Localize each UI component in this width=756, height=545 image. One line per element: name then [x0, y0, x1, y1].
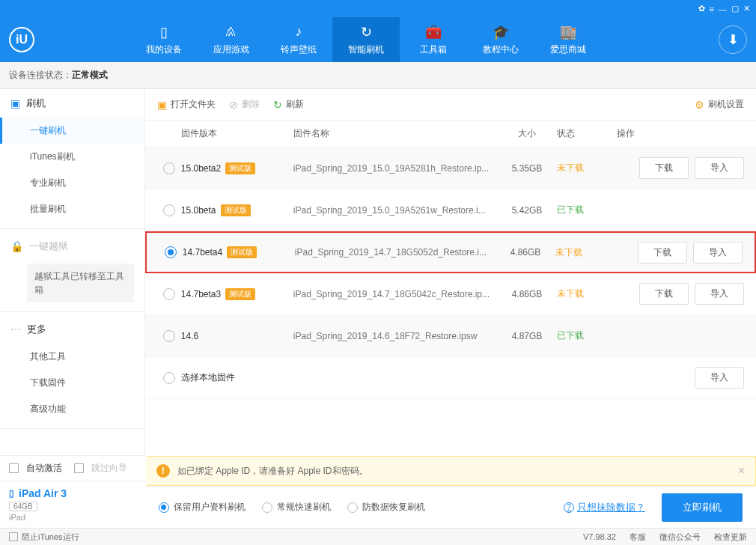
radio-icon[interactable] — [163, 372, 175, 384]
customer-service-link[interactable]: 客服 — [630, 532, 646, 543]
alert-text: 如已绑定 Apple ID，请准备好 Apple ID和密码。 — [177, 465, 368, 478]
firmware-actions: 下载导入 — [617, 283, 744, 305]
local-firmware-row[interactable]: 选择本地固件导入 — [145, 357, 756, 399]
beta-tag: 测试版 — [225, 162, 255, 174]
sidebar-item-itunes-flash[interactable]: iTunes刷机 — [0, 144, 144, 170]
firmware-version: 14.6 — [181, 331, 293, 341]
import-button[interactable]: 导入 — [695, 283, 744, 305]
sidebar-item-pro-flash[interactable]: 专业刷机 — [0, 170, 144, 196]
import-button[interactable]: 导入 — [693, 242, 743, 264]
sidebar-item-batch-flash[interactable]: 批量刷机 — [0, 196, 144, 222]
nav-apps-games[interactable]: ⩓应用游戏 — [198, 17, 265, 62]
firmware-status: 未下载 — [555, 246, 615, 259]
nav-toolbox[interactable]: 🧰工具箱 — [400, 17, 467, 62]
firmware-actions: 下载导入 — [617, 157, 744, 179]
titlebar-gift-icon[interactable]: ✿ — [698, 4, 705, 13]
nav: ▯我的设备 ⩓应用游戏 ♪铃声壁纸 ↻智能刷机 🧰工具箱 🎓教程中心 🏬爱思商城 — [130, 17, 711, 62]
firmware-size: 4.86GB — [496, 247, 555, 258]
firmware-size: 4.87GB — [497, 331, 557, 341]
firmware-status: 已下载 — [557, 329, 617, 342]
firmware-row[interactable]: 15.0beta2测试版iPad_Spring_2019_15.0_19A528… — [145, 147, 756, 189]
status-label: 设备连接状态： — [9, 69, 72, 82]
titlebar-maximize-icon[interactable]: ▢ — [731, 4, 739, 13]
opt-normal-flash[interactable]: 常规快速刷机 — [262, 501, 331, 514]
open-folder-button[interactable]: ▣打开文件夹 — [157, 98, 216, 111]
titlebar-menu-icon[interactable]: ≡ — [710, 4, 714, 13]
beta-tag: 测试版 — [227, 246, 257, 258]
sidebar-item-other-tools[interactable]: 其他工具 — [0, 344, 144, 370]
sidebar-item-download-firmware[interactable]: 下载固件 — [0, 370, 144, 396]
refresh-button[interactable]: ↻刷新 — [273, 98, 304, 111]
logo-icon: iU — [9, 27, 34, 52]
beta-tag: 测试版 — [225, 288, 255, 300]
toolbox-icon: 🧰 — [425, 24, 442, 40]
radio-icon[interactable] — [165, 246, 177, 258]
sidebar-head-more[interactable]: ⋯更多 — [0, 315, 144, 344]
device-info[interactable]: ▯iPad Air 3 64GB iPad — [0, 481, 146, 528]
firmware-status: 已下载 — [557, 204, 617, 216]
block-itunes-checkbox[interactable] — [9, 532, 18, 541]
opt-anti-recovery[interactable]: 防数据恢复刷机 — [347, 501, 425, 514]
folder-icon: ▣ — [157, 99, 167, 111]
alert-close-icon[interactable]: × — [738, 464, 745, 478]
sidebar-head-jailbreak: 🔒一键越狱 — [0, 232, 144, 261]
download-button[interactable]: 下载 — [639, 157, 689, 179]
nav-store[interactable]: 🏬爱思商城 — [534, 17, 602, 62]
nav-ringtone-wallpaper[interactable]: ♪铃声壁纸 — [265, 17, 332, 62]
radio-icon[interactable] — [163, 204, 175, 216]
firmware-status: 未下载 — [557, 162, 617, 174]
beta-tag: 测试版 — [221, 204, 251, 216]
nav-tutorials[interactable]: 🎓教程中心 — [467, 17, 534, 62]
firmware-name: iPad_Spring_2019_15.0_19A5281h_Restore.i… — [293, 163, 497, 174]
titlebar: ✿ ≡ — ▢ ✕ — [0, 0, 756, 17]
radio-icon[interactable] — [163, 288, 175, 300]
delete-button[interactable]: ⊘删除 — [229, 98, 260, 111]
firmware-status: 未下载 — [557, 287, 617, 300]
download-button[interactable]: 下载 — [638, 242, 687, 264]
apple-id-alert: ! 如已绑定 Apple ID，请准备好 Apple ID和密码。 × — [145, 456, 756, 486]
download-button[interactable]: 下载 — [639, 283, 689, 305]
status-bar: 设备连接状态： 正常模式 — [0, 62, 756, 89]
check-update-link[interactable]: 检查更新 — [714, 532, 747, 543]
flash-now-button[interactable]: 立即刷机 — [662, 493, 743, 522]
tablet-icon: ▯ — [9, 488, 14, 499]
firmware-size: 4.86GB — [497, 289, 557, 299]
sidebar-item-oneclick-flash[interactable]: 一键刷机 — [0, 118, 144, 144]
radio-icon[interactable] — [163, 162, 175, 174]
question-icon: ? — [564, 502, 574, 513]
firmware-actions: 下载导入 — [615, 242, 743, 264]
radio-icon — [262, 502, 272, 513]
titlebar-minimize-icon[interactable]: — — [719, 4, 727, 13]
sidebar-head-flash[interactable]: ▣刷机 — [0, 89, 144, 118]
music-icon: ♪ — [290, 24, 307, 40]
firmware-row[interactable]: 14.6iPad_Spring_2019_14.6_18F72_Restore.… — [145, 315, 756, 357]
firmware-version: 14.7beta3测试版 — [181, 288, 293, 300]
firmware-version: 15.0beta测试版 — [181, 204, 293, 216]
import-button[interactable]: 导入 — [695, 157, 744, 179]
opt-keep-data[interactable]: 保留用户资料刷机 — [159, 501, 246, 514]
firmware-size: 5.42GB — [497, 205, 557, 216]
firmware-name: iPad_Spring_2019_14.6_18F72_Restore.ipsw — [293, 331, 497, 341]
radio-icon[interactable] — [163, 330, 175, 342]
firmware-row[interactable]: 15.0beta测试版iPad_Spring_2019_15.0_19A5261… — [145, 189, 756, 231]
firmware-row[interactable]: 14.7beta3测试版iPad_Spring_2019_14.7_18G504… — [145, 273, 756, 315]
firmware-version: 15.0beta2测试版 — [181, 162, 293, 174]
col-version: 固件版本 — [181, 127, 293, 140]
sidebar-item-advanced[interactable]: 高级功能 — [0, 396, 144, 422]
lock-icon: 🔒 — [10, 240, 23, 252]
nav-smart-flash[interactable]: ↻智能刷机 — [332, 17, 400, 62]
nav-my-device[interactable]: ▯我的设备 — [130, 17, 198, 62]
firmware-size: 5.35GB — [497, 163, 557, 174]
wechat-link[interactable]: 微信公众号 — [659, 532, 701, 543]
download-circle-icon[interactable]: ⬇ — [719, 25, 747, 54]
import-button[interactable]: 导入 — [695, 367, 744, 389]
firmware-row[interactable]: 14.7beta4测试版iPad_Spring_2019_14.7_18G505… — [145, 231, 756, 273]
auto-activate-checkbox[interactable] — [9, 463, 19, 473]
skip-guide-checkbox[interactable] — [74, 463, 84, 473]
delete-icon: ⊘ — [229, 99, 238, 111]
flash-options: 保留用户资料刷机 常规快速刷机 防数据恢复刷机 ?只想抹除数据？ 立即刷机 — [145, 486, 756, 528]
refresh-icon: ↻ — [273, 99, 282, 111]
titlebar-close-icon[interactable]: ✕ — [743, 4, 750, 13]
flash-settings-button[interactable]: ⚙刷机设置 — [695, 98, 744, 111]
erase-data-link[interactable]: ?只想抹除数据？ — [564, 501, 645, 514]
